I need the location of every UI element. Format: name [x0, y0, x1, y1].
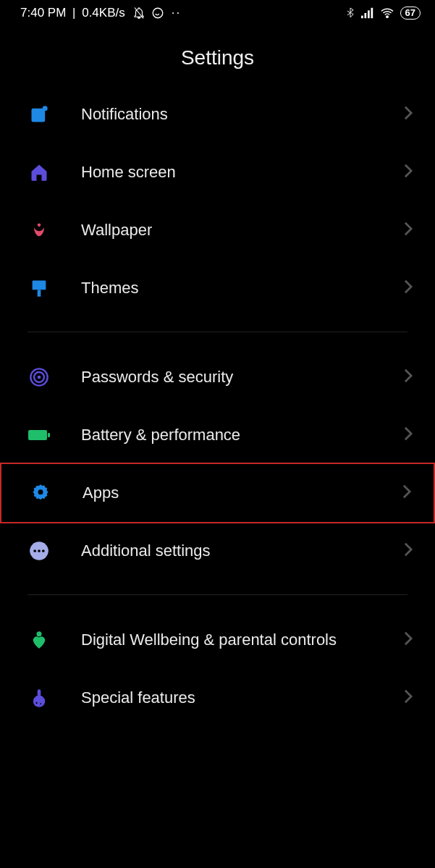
dnd-icon — [132, 7, 145, 20]
status-time: 7:40 PM — [20, 6, 66, 20]
dots-icon — [28, 539, 51, 562]
divider — [28, 332, 407, 332]
item-label: Battery & performance — [81, 425, 403, 446]
heart-icon — [28, 628, 51, 652]
item-label: Wallpaper — [81, 220, 403, 241]
item-label: Special features — [81, 688, 403, 709]
fingerprint-icon — [28, 366, 51, 389]
whatsapp-icon — [151, 7, 164, 20]
chevron-right-icon — [403, 368, 413, 387]
svg-point-0 — [153, 8, 163, 18]
home-icon — [28, 161, 51, 184]
svg-rect-4 — [371, 8, 373, 18]
signal-icon — [361, 7, 374, 19]
svg-point-17 — [33, 549, 36, 552]
chevron-right-icon — [403, 426, 413, 444]
settings-item-battery-performance[interactable]: Battery & performance — [0, 406, 435, 464]
status-bar: 7:40 PM | 0.4KB/s ·· 67 — [0, 0, 435, 25]
battery-icon — [28, 424, 51, 447]
settings-item-passwords-security[interactable]: Passwords & security — [0, 348, 435, 406]
svg-rect-8 — [33, 281, 46, 290]
item-label: Notifications — [81, 104, 403, 125]
chevron-right-icon — [403, 163, 413, 182]
item-label: Apps — [83, 483, 402, 504]
settings-list: Notifications Home screen Wallpaper Them… — [0, 85, 435, 727]
svg-rect-2 — [364, 13, 366, 18]
svg-point-20 — [37, 631, 42, 636]
notifications-icon — [28, 103, 51, 126]
wallpaper-icon — [28, 219, 51, 242]
wifi-icon — [380, 7, 394, 19]
svg-point-15 — [38, 489, 43, 494]
more-indicator: ·· — [172, 6, 181, 20]
svg-point-24 — [40, 703, 41, 704]
chevron-right-icon — [403, 105, 413, 124]
settings-item-home-screen[interactable]: Home screen — [0, 143, 435, 201]
gear-icon — [29, 481, 52, 505]
settings-item-themes[interactable]: Themes — [0, 259, 435, 317]
item-label: Passwords & security — [81, 367, 403, 388]
svg-point-7 — [43, 106, 48, 111]
svg-rect-13 — [28, 430, 47, 440]
settings-item-notifications[interactable]: Notifications — [0, 85, 435, 143]
svg-point-22 — [33, 696, 45, 707]
settings-item-special-features[interactable]: Special features — [0, 669, 435, 727]
svg-point-23 — [35, 702, 37, 704]
svg-point-12 — [38, 376, 41, 379]
svg-rect-6 — [32, 109, 46, 122]
item-label: Home screen — [81, 162, 403, 183]
item-label: Digital Wellbeing & parental controls — [81, 630, 403, 651]
chevron-right-icon — [402, 484, 412, 502]
settings-item-additional-settings[interactable]: Additional settings — [0, 522, 435, 580]
themes-icon — [28, 277, 51, 300]
flask-icon — [28, 686, 51, 709]
item-label: Themes — [81, 278, 403, 299]
svg-rect-9 — [38, 290, 41, 296]
svg-rect-3 — [368, 10, 370, 18]
svg-point-19 — [42, 549, 45, 552]
settings-item-digital-wellbeing[interactable]: Digital Wellbeing & parental controls — [0, 611, 435, 669]
divider — [28, 594, 407, 595]
svg-rect-14 — [48, 433, 50, 437]
chevron-right-icon — [403, 631, 413, 649]
settings-item-apps[interactable]: Apps — [0, 463, 435, 523]
status-right: 67 — [345, 7, 421, 20]
chevron-right-icon — [403, 542, 413, 560]
svg-point-18 — [38, 549, 41, 552]
chevron-right-icon — [403, 688, 413, 707]
status-left: 7:40 PM | 0.4KB/s ·· — [20, 6, 181, 20]
settings-item-wallpaper[interactable]: Wallpaper — [0, 201, 435, 259]
battery-indicator: 67 — [400, 7, 421, 20]
chevron-right-icon — [403, 221, 413, 240]
item-label: Additional settings — [81, 541, 403, 562]
page-title: Settings — [0, 46, 435, 69]
svg-point-5 — [386, 16, 387, 17]
svg-rect-21 — [38, 689, 41, 696]
svg-rect-1 — [361, 16, 363, 19]
status-data-rate: 0.4KB/s — [82, 6, 125, 20]
bluetooth-icon — [345, 7, 355, 20]
chevron-right-icon — [403, 279, 413, 298]
